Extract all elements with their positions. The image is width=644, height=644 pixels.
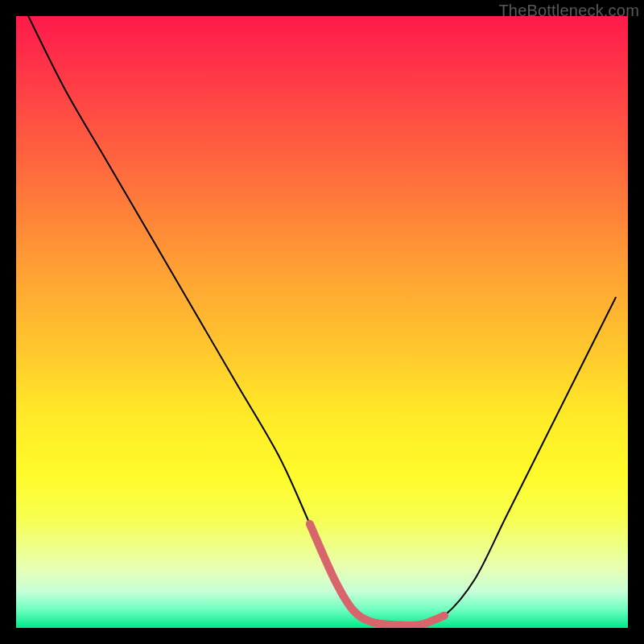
plot-area [16, 16, 628, 628]
optimal-range-highlight [310, 524, 444, 625]
watermark-text: TheBottleneck.com [498, 2, 639, 20]
chart-container: TheBottleneck.com [0, 0, 644, 644]
bottleneck-curve-line [28, 16, 616, 625]
chart-svg [16, 16, 628, 628]
